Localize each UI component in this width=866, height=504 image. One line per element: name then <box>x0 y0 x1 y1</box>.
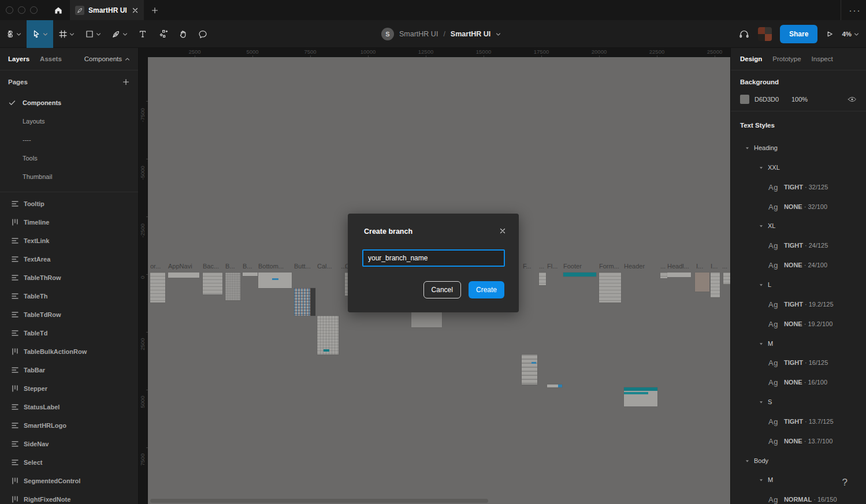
component-thumbnail[interactable] <box>563 272 596 277</box>
pen-tool-button[interactable] <box>106 20 133 48</box>
frame-label[interactable]: Headl... <box>667 263 689 270</box>
layer-item[interactable]: SegmentedControl <box>0 472 138 490</box>
component-thumbnail[interactable] <box>547 384 562 387</box>
layer-item[interactable]: Tooltip <box>0 195 138 213</box>
style-group-row[interactable]: S <box>731 392 866 412</box>
text-style-row[interactable]: AgTIGHT · 19.2/125 <box>731 294 866 314</box>
create-button[interactable]: Create <box>469 281 504 298</box>
components-mode-toggle[interactable]: Components <box>84 55 130 62</box>
layer-item[interactable]: RightFixedNote <box>0 490 138 504</box>
close-icon[interactable] <box>499 227 506 234</box>
layer-item[interactable]: SmartHRLogo <box>0 416 138 435</box>
component-thumbnail[interactable] <box>539 272 546 285</box>
component-thumbnail[interactable] <box>660 272 667 278</box>
text-style-row[interactable]: AgNONE · 32/100 <box>731 197 866 216</box>
chevron-down-icon[interactable] <box>122 32 128 37</box>
share-button[interactable]: Share <box>780 25 817 43</box>
text-style-row[interactable]: AgNONE · 24/100 <box>731 255 866 275</box>
tab-design[interactable]: Design <box>740 55 762 62</box>
layer-item[interactable]: StatusLabel <box>0 398 138 416</box>
color-hex-value[interactable]: D6D3D0 <box>755 96 791 103</box>
file-tab[interactable]: SmartHR UI <box>70 0 144 20</box>
component-thumbnail[interactable] <box>522 354 537 384</box>
component-thumbnail[interactable] <box>599 272 621 303</box>
visibility-eye-icon[interactable] <box>848 96 857 103</box>
tab-close-icon[interactable] <box>132 7 139 14</box>
text-style-row[interactable]: AgTIGHT · 16/125 <box>731 353 866 372</box>
canvas[interactable]: 2500500075001000012500150001750020000225… <box>139 48 730 504</box>
tab-inspect[interactable]: Inspect <box>812 55 833 62</box>
new-tab-button[interactable] <box>145 0 165 20</box>
component-thumbnail[interactable] <box>695 272 709 292</box>
caret-open-icon[interactable] <box>758 341 764 346</box>
frame-label[interactable]: I... <box>696 263 703 270</box>
comment-tool-button[interactable] <box>193 20 213 48</box>
color-opacity-value[interactable]: 100% <box>791 96 808 103</box>
component-thumbnail[interactable] <box>203 272 222 294</box>
frame-label[interactable]: Bottom... <box>258 263 284 270</box>
page-item[interactable]: Components <box>0 94 138 112</box>
caret-open-icon[interactable] <box>758 400 764 405</box>
layer-item[interactable]: TableTd <box>0 324 138 342</box>
component-thumbnail[interactable] <box>168 272 199 278</box>
file-name[interactable]: SmartHR UI <box>451 30 490 38</box>
component-tool-button[interactable] <box>153 20 173 48</box>
cancel-button[interactable]: Cancel <box>423 281 461 298</box>
caret-open-icon[interactable] <box>758 223 764 229</box>
component-thumbnail[interactable] <box>243 272 258 276</box>
frame-label[interactable]: Header <box>624 263 645 270</box>
page-item[interactable]: Layouts <box>0 112 138 130</box>
component-thumbnail[interactable] <box>723 272 730 284</box>
frame-label[interactable]: ... <box>660 263 666 270</box>
layer-item[interactable]: TextArea <box>0 250 138 268</box>
window-maximize-button[interactable] <box>30 6 38 14</box>
frame-tool-button[interactable] <box>53 20 80 48</box>
frame-label[interactable]: Fl... <box>547 263 557 270</box>
text-style-row[interactable]: AgTIGHT · 24/125 <box>731 236 866 255</box>
frame-label[interactable]: B... <box>225 263 235 270</box>
text-tool-button[interactable] <box>133 20 153 48</box>
caret-open-icon[interactable] <box>758 165 764 170</box>
chevron-down-icon[interactable] <box>16 32 21 37</box>
component-thumbnail[interactable] <box>667 272 691 277</box>
chevron-down-icon[interactable] <box>96 32 101 37</box>
layer-item[interactable]: TableTh <box>0 287 138 305</box>
component-thumbnail[interactable] <box>624 387 657 406</box>
style-group-row[interactable]: XL <box>731 216 866 236</box>
caret-open-icon[interactable] <box>744 145 750 151</box>
frame-label[interactable]: Cal... <box>317 263 332 270</box>
frame-label[interactable]: Butt... <box>294 263 311 270</box>
frame-label[interactable]: ... <box>722 263 727 270</box>
layer-item[interactable]: TabBar <box>0 361 138 379</box>
branch-name-input[interactable] <box>362 249 505 267</box>
component-thumbnail[interactable] <box>258 272 292 288</box>
chevron-down-icon[interactable] <box>43 32 48 37</box>
page-item[interactable]: ---- <box>0 130 138 149</box>
text-style-row[interactable]: AgNORMAL · 16/150 <box>731 490 866 504</box>
present-play-icon[interactable] <box>826 30 834 38</box>
component-thumbnail[interactable] <box>711 272 720 297</box>
horizontal-scrollbar[interactable] <box>150 499 488 503</box>
zoom-control[interactable]: 4% <box>842 31 859 38</box>
text-style-row[interactable]: AgTIGHT · 13.7/125 <box>731 412 866 431</box>
style-group-row[interactable]: M <box>731 334 866 353</box>
chevron-down-icon[interactable] <box>496 32 501 37</box>
frame-label[interactable]: AppNavi <box>168 263 192 270</box>
caret-open-icon[interactable] <box>758 282 764 288</box>
page-item[interactable]: Tools <box>0 149 138 167</box>
window-minimize-button[interactable] <box>18 6 25 14</box>
project-name[interactable]: SmartHR UI <box>399 30 438 38</box>
page-item[interactable]: Thumbnail <box>0 167 138 186</box>
style-group-row[interactable]: L <box>731 275 866 294</box>
user-avatar[interactable] <box>758 27 772 41</box>
component-thumbnail[interactable] <box>150 272 165 303</box>
hand-tool-button[interactable] <box>173 20 193 48</box>
move-tool-button[interactable] <box>27 20 53 48</box>
window-close-button[interactable] <box>6 6 13 14</box>
frame-label[interactable]: Footer <box>563 263 582 270</box>
home-button[interactable] <box>47 0 70 20</box>
style-group-row[interactable]: XXL <box>731 158 866 177</box>
text-style-row[interactable]: AgNONE · 13.7/100 <box>731 431 866 451</box>
help-icon[interactable]: ? <box>842 477 848 488</box>
layer-item[interactable]: TableThRow <box>0 268 138 287</box>
